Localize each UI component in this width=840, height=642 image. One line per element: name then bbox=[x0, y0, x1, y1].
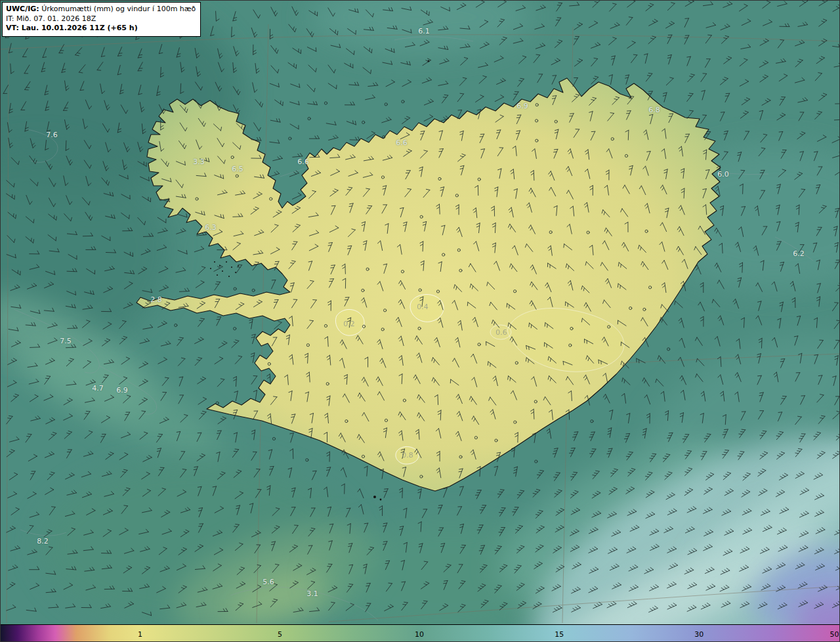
title-box: UWC/IG: Úrkomumætti (mm) og vindur í 100… bbox=[2, 2, 201, 37]
colorbar-tick-label: 5 bbox=[278, 630, 282, 638]
weather-map-frame: 6.16.96.87.63.36.56.66.66.06.36.22.87.54… bbox=[0, 0, 840, 642]
colorbar: 1510153050 bbox=[1, 624, 840, 642]
product-title: Úrkomumætti (mm) og vindur í 100m hæð bbox=[39, 5, 196, 13]
colorbar-tick-label: 50 bbox=[830, 630, 839, 638]
valid-time: VT: Lau. 10.01.2026 11Z (+65 h) bbox=[6, 24, 196, 33]
map-area: 6.16.96.87.63.36.56.66.66.06.36.22.87.54… bbox=[1, 1, 840, 624]
init-time: IT: Mið. 07. 01. 2026 18Z bbox=[6, 14, 196, 24]
colorbar-tick-label: 30 bbox=[694, 630, 704, 638]
title-line-1: UWC/IG: Úrkomumætti (mm) og vindur í 100… bbox=[6, 5, 196, 14]
colorbar-tick-label: 10 bbox=[415, 630, 424, 638]
map-canvas bbox=[1, 1, 840, 624]
colorbar-ticks: 1510153050 bbox=[1, 625, 840, 642]
colorbar-tick-label: 1 bbox=[138, 630, 142, 638]
colorbar-tick-label: 15 bbox=[555, 630, 564, 638]
product-id: UWC/IG: bbox=[6, 5, 39, 13]
